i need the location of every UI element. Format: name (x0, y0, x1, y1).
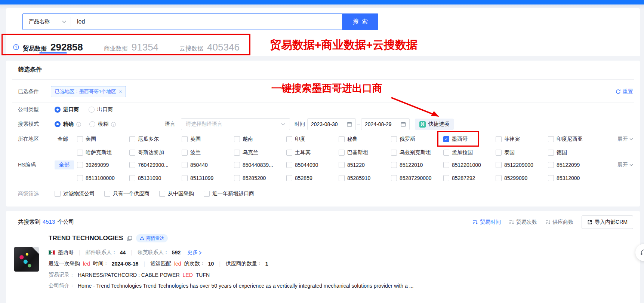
checkbox-icon (339, 150, 345, 156)
tab-trade-data[interactable]: 贸易数据 292858 (23, 42, 83, 53)
company-name[interactable]: TREND TECHNOLOGIES (49, 235, 123, 242)
checkbox-851220[interactable]: 851220 (339, 162, 391, 168)
checkbox-菲律宾[interactable]: 菲律宾 (496, 136, 548, 143)
checkbox-icon (234, 175, 240, 181)
quick-options-button[interactable]: ⌘ 快捷选项 (415, 119, 454, 130)
advanced-checkbox-list: 过滤物流公司只有一个供应商从中国采购近一年新增进口商 (55, 190, 254, 197)
tab-business-data[interactable]: 商业数据 91354 (104, 42, 158, 53)
checkbox-85131090[interactable]: 85131090 (129, 175, 182, 181)
checkbox-厄瓜多尔[interactable]: 厄瓜多尔 (129, 136, 182, 143)
divider (12, 231, 634, 231)
annotation-text-quick: 一键搜索墨西哥进出口商 (271, 82, 382, 95)
checkbox-英国[interactable]: 英国 (182, 136, 234, 143)
search-category-select[interactable]: 产品名称 (23, 14, 71, 30)
search-input[interactable] (71, 14, 342, 30)
checkbox-哥斯达黎加[interactable]: 哥斯达黎加 (129, 149, 182, 156)
copy-icon[interactable] (127, 236, 132, 241)
region-expand-button[interactable]: 展开 (617, 136, 633, 143)
company-country: 墨西哥 (58, 249, 74, 256)
checkbox-852859[interactable]: 852859 (286, 175, 339, 181)
checkbox-近一年新增进口商[interactable]: 近一年新增进口商 (204, 190, 254, 197)
checkbox-土耳其[interactable]: 土耳其 (286, 149, 339, 156)
checkbox-美国[interactable]: 美国 (77, 136, 129, 143)
checkbox-8512209000[interactable]: 8512209000 (496, 162, 548, 168)
checkbox-85044090[interactable]: 85044090 (286, 162, 339, 168)
sort-supplier-count[interactable]: 供应商数 (545, 219, 573, 226)
calendar-icon (347, 122, 352, 127)
checkbox-icon (77, 136, 83, 142)
checkbox-秘鲁[interactable]: 秘鲁 (339, 136, 391, 143)
top-browser-bar (0, 0, 644, 4)
checkbox-越南[interactable]: 越南 (234, 136, 286, 143)
region-all-option[interactable]: 全部 (58, 136, 68, 143)
checkbox-孟加拉国[interactable]: 孟加拉国 (443, 149, 496, 156)
checkbox-icon (391, 175, 397, 181)
tab-cloud-data[interactable]: 云搜数据 405346 (179, 42, 240, 53)
checkbox-85287292[interactable]: 85287292 (443, 175, 496, 181)
checkbox-8513100000[interactable]: 8513100000 (77, 175, 129, 181)
date-to-input[interactable]: 2024-08-29 (361, 118, 410, 130)
more-link[interactable]: 更多 (187, 249, 201, 256)
headphone-icon (640, 248, 644, 257)
hs-expand-button[interactable]: 展开 (617, 162, 633, 168)
reset-button[interactable]: 重置 (616, 88, 633, 95)
checkbox-泰国[interactable]: 泰国 (496, 149, 548, 156)
checkbox-印度[interactable]: 印度 (286, 136, 339, 143)
chevron-down-icon (62, 21, 66, 23)
search-button[interactable]: 搜索 (342, 13, 378, 30)
checkbox-波兰[interactable]: 波兰 (182, 149, 234, 156)
checkbox-俄罗斯[interactable]: 俄罗斯 (391, 136, 443, 143)
info-circle-icon: i (76, 122, 81, 127)
company-thumbnail[interactable] (14, 247, 39, 272)
checkbox-icon (496, 136, 502, 142)
radio-dot (55, 107, 61, 113)
hs-checkbox-list-2: 8513100000851310908513109985285200852859… (77, 175, 600, 181)
checkbox-85122010[interactable]: 85122010 (391, 162, 443, 168)
import-crm-button[interactable]: 导入内部CRM (582, 215, 633, 229)
keyword-highlight: led (174, 261, 181, 267)
checkbox-85287290000[interactable]: 85287290000 (391, 175, 443, 181)
checkbox-39269099[interactable]: 39269099 (77, 162, 129, 168)
checkbox-760429900...[interactable]: 760429900... (129, 162, 182, 168)
checkbox-850440[interactable]: 850440 (182, 162, 234, 168)
checkbox-墨西哥[interactable]: ✓墨西哥 (443, 136, 496, 143)
business-radar-badge[interactable]: 商情雷达 (136, 234, 168, 242)
sort-trade-count[interactable]: 贸易次数 (509, 219, 537, 226)
sort-trade-time[interactable]: 贸易时间 (473, 219, 501, 226)
supplier-count: 1 (265, 261, 268, 267)
svg-text:i: i (113, 123, 114, 126)
checkbox-乌兹别克斯坦[interactable]: 乌兹别克斯坦 (391, 149, 443, 156)
date-from-input[interactable]: 2023-08-30 (307, 118, 356, 130)
region-checkbox-list-1: 美国厄瓜多尔英国越南印度秘鲁俄罗斯✓墨西哥菲律宾印度尼西亚 (77, 136, 600, 143)
radio-exact-mode[interactable]: 精确 i (55, 121, 81, 128)
question-circle-icon[interactable]: ? (13, 44, 19, 50)
checkbox-8512201000[interactable]: 8512201000 (443, 162, 496, 168)
checkbox-过滤物流公司[interactable]: 过滤物流公司 (55, 190, 95, 197)
checkbox-85299090[interactable]: 85299090 (496, 175, 548, 181)
checkbox-85312000[interactable]: 85312000 (548, 175, 600, 181)
language-select[interactable]: 请选择翻译语言 (181, 118, 290, 130)
calendar-icon (401, 122, 406, 127)
radio-importer[interactable]: 进口商 (55, 106, 79, 113)
checkbox-印度尼西亚[interactable]: 印度尼西亚 (548, 136, 600, 143)
advanced-filter-row: 高级筛选 过滤物流公司只有一个供应商从中国采购近一年新增进口商 (6, 189, 640, 199)
checkbox-巴基斯坦[interactable]: 巴基斯坦 (339, 149, 391, 156)
radio-exporter[interactable]: 出口商 (89, 106, 113, 113)
checkbox-85131099[interactable]: 85131099 (182, 175, 234, 181)
checkbox-85285910[interactable]: 85285910 (339, 175, 391, 181)
tag-close-icon[interactable]: × (119, 89, 122, 95)
selected-region-tag[interactable]: 已选地区：墨西哥等1个地区 × (51, 86, 126, 97)
checkbox-85285200[interactable]: 85285200 (234, 175, 286, 181)
checkbox-只有一个供应商[interactable]: 只有一个供应商 (104, 190, 150, 197)
checkbox-icon (339, 162, 345, 168)
checkbox-85122099[interactable]: 85122099 (548, 162, 600, 168)
checkbox-从中国采购[interactable]: 从中国采购 (159, 190, 194, 197)
checkbox-850440839...[interactable]: 850440839... (234, 162, 286, 168)
radio-fuzzy-mode[interactable]: 模糊 i (89, 121, 116, 128)
checkbox-icon (234, 136, 240, 142)
checkbox-哈萨克斯坦[interactable]: 哈萨克斯坦 (77, 149, 129, 156)
checkbox-德国[interactable]: 德国 (548, 149, 600, 156)
sort-bar: 贸易时间 贸易次数 供应商数 导入内部CRM (473, 215, 633, 229)
hs-all-option[interactable]: 全部 (55, 160, 74, 169)
checkbox-乌克兰[interactable]: 乌克兰 (234, 149, 286, 156)
